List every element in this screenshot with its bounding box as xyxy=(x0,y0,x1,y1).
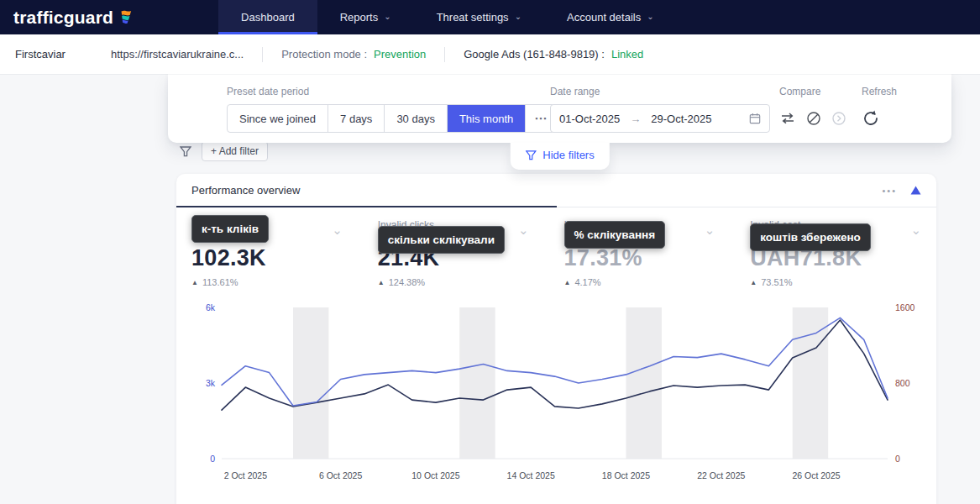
nav-item-account-details[interactable]: Account details ⌄ xyxy=(544,0,677,34)
more-options-icon[interactable]: ••• xyxy=(882,186,897,196)
brand-logo[interactable]: trafficguard xyxy=(0,0,146,34)
svg-text:6k: 6k xyxy=(206,302,216,312)
account-toolbar: Firstcaviar https://firstcaviarukraine.c… xyxy=(0,34,980,74)
svg-text:22 Oct 2025: 22 Oct 2025 xyxy=(697,470,745,480)
funnel-icon[interactable] xyxy=(180,146,191,157)
compare-label: Compare xyxy=(779,86,846,97)
svg-text:3k: 3k xyxy=(206,378,216,388)
svg-text:1600: 1600 xyxy=(895,302,915,312)
nav-item-threat-settings[interactable]: Threat settings ⌄ xyxy=(414,0,544,34)
svg-text:800: 800 xyxy=(895,378,910,388)
metric-change: ▲ 73.51% xyxy=(750,277,936,287)
nav-item-reports[interactable]: Reports ⌄ xyxy=(317,0,414,34)
nav-label-account-details: Account details xyxy=(567,11,641,24)
divider xyxy=(262,47,263,62)
metrics-row: ⌄ к-ть кліків 102.3K ▲ 113.61% Invalid c… xyxy=(176,207,936,287)
preset-30-days[interactable]: 30 days xyxy=(384,105,447,132)
site-url: https://firstcaviarukraine.c... xyxy=(111,48,244,60)
date-range-input[interactable]: 01-Oct-2025 → 29-Oct-2025 xyxy=(550,104,770,133)
arrow-right-icon: → xyxy=(630,113,641,125)
preset-this-month[interactable]: This month xyxy=(447,105,525,132)
chevron-down-icon: ⌄ xyxy=(647,12,653,21)
main-nav: Dashboard Reports ⌄ Threat settings ⌄ Ac… xyxy=(218,0,676,34)
trend-up-icon: ▲ xyxy=(750,279,757,286)
protection-mode-value: Prevention xyxy=(374,48,426,60)
svg-text:6 Oct 2025: 6 Oct 2025 xyxy=(319,470,363,480)
calendar-icon[interactable] xyxy=(749,113,761,124)
metric-change-value: 4.17% xyxy=(574,277,600,287)
chevron-down-icon[interactable]: ⌄ xyxy=(518,223,529,238)
performance-overview-card: Performance overview ••• ⌄ к-ть кліків 1… xyxy=(176,174,936,504)
metric-invalid-cost: Invalid cost ⌄ коштів збережено UAH71.8K… xyxy=(750,219,936,287)
translation-tooltip: скільки склікували xyxy=(378,226,505,254)
preset-date-label: Preset date period xyxy=(227,86,556,97)
chevron-down-icon: ⌄ xyxy=(515,12,521,21)
svg-text:0: 0 xyxy=(895,454,900,464)
metric-change-value: 124.38% xyxy=(389,277,425,287)
chevron-down-icon[interactable]: ⌄ xyxy=(910,223,921,238)
date-range-group: Date range 01-Oct-2025 → 29-Oct-2025 xyxy=(550,86,770,133)
metric-change-value: 73.51% xyxy=(761,277,792,287)
chevron-down-icon[interactable]: ⌄ xyxy=(332,223,343,238)
triangle-up-icon[interactable] xyxy=(910,186,921,195)
google-ads-status: Linked xyxy=(611,48,643,60)
metric-invalid-click-rate: Invalid click rate ⌄ % склікування 17.31… xyxy=(564,219,751,287)
date-end-value[interactable]: 29-Oct-2025 xyxy=(651,113,711,125)
divider xyxy=(444,47,445,62)
translation-tooltip: к-ть кліків xyxy=(191,215,269,243)
preset-date-group: Preset date period Since we joined 7 day… xyxy=(227,86,556,133)
performance-header: Performance overview ••• xyxy=(176,174,936,207)
metric-change-value: 113.61% xyxy=(202,277,238,287)
performance-chart-svg: 03k6k080016002 Oct 20256 Oct 202510 Oct … xyxy=(191,297,921,497)
protection-mode-label: Protection mode : xyxy=(281,48,367,60)
translation-tooltip: % склікування xyxy=(564,221,666,249)
top-nav: trafficguard Dashboard Reports ⌄ Threat … xyxy=(0,0,980,34)
refresh-group: Refresh xyxy=(862,86,897,133)
chevron-down-icon: ⌄ xyxy=(384,12,390,21)
nav-label-threat-settings: Threat settings xyxy=(437,11,509,24)
brand-name: trafficguard xyxy=(13,8,113,28)
performance-chart: 03k6k080016002 Oct 20256 Oct 202510 Oct … xyxy=(176,287,936,497)
nav-label-dashboard: Dashboard xyxy=(241,11,295,24)
date-start-value[interactable]: 01-Oct-2025 xyxy=(559,113,620,125)
preset-7-days[interactable]: 7 days xyxy=(328,105,384,132)
trend-up-icon: ▲ xyxy=(191,279,198,286)
svg-text:10 Oct 2025: 10 Oct 2025 xyxy=(411,470,459,480)
chevron-down-icon[interactable]: ⌄ xyxy=(705,223,715,238)
preset-since-we-joined[interactable]: Since we joined xyxy=(228,105,328,132)
svg-text:14 Oct 2025: 14 Oct 2025 xyxy=(507,470,555,480)
performance-title: Performance overview xyxy=(191,184,300,197)
metric-value: 17.31% xyxy=(564,245,751,271)
circle-chevron-right-icon-disabled xyxy=(831,111,846,126)
circle-slash-icon[interactable] xyxy=(806,111,821,126)
svg-text:18 Oct 2025: 18 Oct 2025 xyxy=(602,470,650,480)
trend-up-icon: ▲ xyxy=(564,279,571,286)
hide-filters-button[interactable]: Hide filters xyxy=(510,143,609,170)
nav-label-reports: Reports xyxy=(340,11,379,24)
metric-change: ▲ 4.17% xyxy=(564,277,751,287)
flag-icon xyxy=(118,9,133,26)
translation-tooltip: коштів збережено xyxy=(750,223,871,251)
hide-filters-label: Hide filters xyxy=(542,149,594,161)
trend-up-icon: ▲ xyxy=(378,279,385,286)
filters-panel: Preset date period Since we joined 7 day… xyxy=(168,74,951,143)
preset-segmented-control: Since we joined 7 days 30 days This mont… xyxy=(227,104,556,133)
metric-valid-clicks: ⌄ к-ть кліків 102.3K ▲ 113.61% xyxy=(191,219,378,287)
google-ads-label: Google Ads (161-848-9819) : xyxy=(464,48,605,60)
metric-change: ▲ 124.38% xyxy=(378,277,564,287)
funnel-icon xyxy=(525,150,536,160)
metric-change: ▲ 113.61% xyxy=(191,277,378,287)
svg-text:0: 0 xyxy=(210,454,215,464)
metric-value: 102.3K xyxy=(191,245,378,271)
svg-text:26 Oct 2025: 26 Oct 2025 xyxy=(792,470,840,480)
compare-group: Compare xyxy=(779,86,846,133)
compare-swap-button[interactable] xyxy=(779,112,796,125)
svg-text:2 Oct 2025: 2 Oct 2025 xyxy=(224,470,268,480)
add-filter-button[interactable]: + Add filter xyxy=(202,141,268,161)
nav-item-dashboard[interactable]: Dashboard xyxy=(218,0,317,34)
refresh-icon[interactable] xyxy=(862,109,880,128)
metric-invalid-clicks: Invalid clicks ⌄ скільки склікували 21.4… xyxy=(378,219,564,287)
filter-bar: + Add filter xyxy=(180,141,268,161)
date-range-label: Date range xyxy=(550,86,770,97)
account-name[interactable]: Firstcaviar xyxy=(15,48,66,60)
